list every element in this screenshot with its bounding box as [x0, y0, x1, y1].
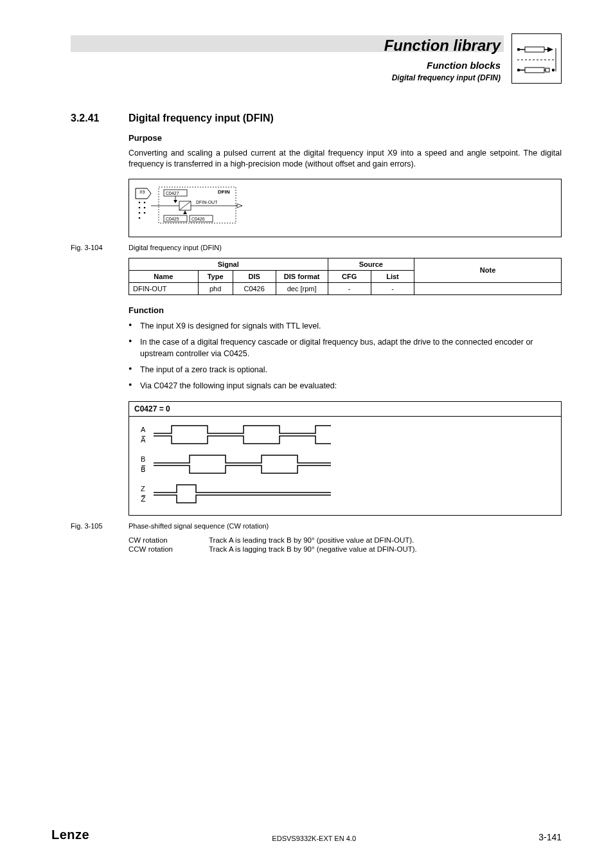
th-note: Note — [414, 258, 562, 282]
page-title: Function library — [384, 35, 501, 55]
page-number: 3-141 — [538, 832, 562, 842]
svg-text:DFIN-OUT: DFIN-OUT — [196, 200, 218, 204]
svg-marker-25 — [173, 200, 177, 203]
cw-row: CW rotation Track A is leading track B b… — [129, 536, 562, 544]
purpose-text: Converting and scaling a pulsed current … — [129, 148, 562, 170]
cell-disformat: dec [rpm] — [276, 282, 328, 294]
svg-text:B̅: B̅ — [141, 466, 146, 473]
svg-marker-29 — [237, 204, 242, 208]
svg-point-17 — [139, 217, 141, 219]
x9-label: X9 — [139, 190, 145, 194]
cell-note — [414, 282, 562, 294]
th-list: List — [371, 270, 414, 282]
list-item: The input X9 is designed for signals wit… — [129, 320, 562, 332]
footer: Lenze EDSVS9332K-EXT EN 4.0 3-141 — [51, 827, 562, 842]
svg-rect-8 — [546, 68, 549, 72]
fig-105-caption: Fig. 3-105 Phase-shifted signal sequence… — [71, 522, 562, 530]
svg-text:A: A — [141, 426, 146, 433]
cell-cfg: - — [328, 282, 371, 294]
svg-point-12 — [144, 201, 146, 203]
waveform-box: C0427 = 0 A A̅ B B̅ Z Z̅ — [129, 401, 562, 516]
fig-104-label: Fig. 3-104 — [71, 244, 129, 251]
svg-point-15 — [139, 212, 141, 213]
th-signal: Signal — [129, 258, 328, 270]
block-diagram-box: X9 C0427 DFIN DFIN-OUT C — [129, 179, 562, 237]
th-source: Source — [328, 258, 414, 270]
header-subtitle-1: Function blocks — [384, 59, 501, 72]
fig-105-text: Phase-shifted signal sequence (CW rotati… — [129, 522, 269, 530]
cell-name: DFIN-OUT — [129, 282, 199, 294]
svg-rect-5 — [525, 68, 544, 73]
ccw-text: Track A is lagging track B by 90° (negat… — [209, 545, 417, 553]
svg-point-16 — [144, 212, 146, 213]
svg-text:A̅: A̅ — [141, 436, 146, 444]
document-id: EDSVS9332K-EXT EN 4.0 — [272, 835, 356, 842]
section-number: 3.2.41 — [71, 113, 129, 124]
svg-text:Z: Z — [141, 485, 145, 493]
svg-text:C0427: C0427 — [166, 191, 179, 195]
fig-105-label: Fig. 3-105 — [71, 522, 129, 530]
svg-text:C0425: C0425 — [166, 217, 179, 221]
svg-point-6 — [517, 69, 520, 71]
svg-rect-1 — [525, 47, 544, 52]
fig-104-caption: Fig. 3-104 Digital frequency input (DFIN… — [71, 244, 562, 251]
svg-point-13 — [139, 206, 141, 208]
cell-type: phd — [198, 282, 233, 294]
th-cfg: CFG — [328, 270, 371, 282]
th-name: Name — [129, 270, 199, 282]
svg-text:B: B — [141, 455, 145, 463]
purpose-heading: Purpose — [129, 133, 562, 143]
waveform-svg: A A̅ B B̅ Z Z̅ — [138, 423, 382, 507]
waveform-title: C0427 = 0 — [129, 402, 561, 417]
header-text-block: Function library Function blocks Digital… — [384, 35, 501, 83]
ccw-label: CCW rotation — [129, 545, 209, 553]
svg-point-2 — [517, 48, 520, 51]
cw-text: Track A is leading track B by 90° (posit… — [209, 536, 414, 544]
cw-label: CW rotation — [129, 536, 209, 544]
svg-point-14 — [144, 206, 146, 208]
list-item: In the case of a digital frequency casca… — [129, 336, 562, 361]
header-subtitle-2: Digital frequency input (DFIN) — [384, 73, 501, 84]
svg-text:Z̅: Z̅ — [141, 495, 146, 503]
function-list: The input X9 is designed for signals wit… — [129, 320, 562, 392]
list-item: Via C0427 the following input signals ca… — [129, 380, 562, 392]
signal-table: Signal Source Note Name Type DIS DIS for… — [129, 258, 562, 295]
svg-marker-31 — [183, 211, 187, 214]
cell-dis: C0426 — [233, 282, 276, 294]
section-title: Digital frequency input (DFIN) — [129, 113, 274, 124]
brand-logo: Lenze — [51, 827, 89, 842]
ccw-row: CCW rotation Track A is lagging track B … — [129, 545, 562, 553]
th-disformat: DIS format — [276, 270, 328, 282]
th-type: Type — [198, 270, 233, 282]
svg-point-7 — [552, 69, 555, 71]
list-item: The input of a zero track is optional. — [129, 364, 562, 376]
fig-104-text: Digital frequency input (DFIN) — [129, 244, 222, 251]
svg-text:DFIN: DFIN — [218, 189, 230, 195]
svg-point-11 — [139, 201, 141, 203]
document-icon — [511, 33, 562, 84]
table-row: DFIN-OUT phd C0426 dec [rpm] - - — [129, 282, 562, 294]
th-dis: DIS — [233, 270, 276, 282]
cell-list: - — [371, 282, 414, 294]
section-heading: 3.2.41 Digital frequency input (DFIN) — [71, 113, 562, 124]
svg-text:C0426: C0426 — [191, 217, 205, 221]
function-heading: Function — [129, 305, 562, 315]
